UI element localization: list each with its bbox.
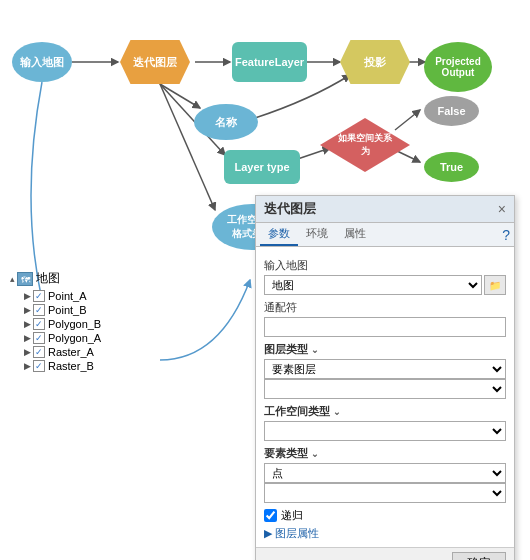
wildcard-row (264, 317, 506, 337)
layer-type-chevron-icon: ⌄ (311, 345, 319, 355)
true-node[interactable]: True (424, 152, 479, 182)
layer-type-sub-select[interactable] (264, 379, 506, 399)
help-icon[interactable]: ? (502, 227, 510, 243)
feature-type-row: 点 (264, 463, 506, 483)
expand-icon[interactable]: ▶ (24, 361, 31, 371)
layer-property-section[interactable]: ▶ 图层属性 (264, 526, 506, 541)
recursive-checkbox[interactable] (264, 509, 277, 522)
tree-root: ▴ 🗺 地图 (10, 270, 170, 287)
list-item: ▶ ✓ Raster_A (24, 346, 170, 358)
tab-properties[interactable]: 属性 (336, 223, 374, 246)
tree-checkbox[interactable]: ✓ (33, 332, 45, 344)
tree-item-label: Polygon_A (48, 332, 101, 344)
workspace-type-row (264, 421, 506, 441)
panel-body: 输入地图 地图 📁 通配符 图层类型 ⌄ 要素图层 工作空间类型 (256, 247, 514, 547)
tree-checkbox[interactable]: ✓ (33, 360, 45, 372)
panel-header: 迭代图层 × (256, 196, 514, 223)
tree-area: ▴ 🗺 地图 ▶ ✓ Point_A ▶ ✓ Point_B ▶ ✓ Polyg… (10, 270, 170, 374)
tab-environment[interactable]: 环境 (298, 223, 336, 246)
project-node[interactable]: 投影 (340, 40, 410, 84)
feature-type-chevron-icon: ⌄ (311, 449, 319, 459)
tree-checkbox[interactable]: ✓ (33, 290, 45, 302)
feature-layer-node[interactable]: FeatureLayer (232, 42, 307, 82)
tab-params[interactable]: 参数 (260, 223, 298, 246)
tree-item-label: Raster_A (48, 346, 94, 358)
layer-type-sub-row (264, 379, 506, 399)
panel-confirm-row: 确定 (256, 547, 514, 560)
list-item: ▶ ✓ Raster_B (24, 360, 170, 372)
expand-icon[interactable]: ▶ (24, 319, 31, 329)
expand-icon[interactable]: ▶ (24, 347, 31, 357)
expand-icon[interactable]: ▶ (24, 305, 31, 315)
list-item: ▶ ✓ Polygon_B (24, 318, 170, 330)
workspace-type-section[interactable]: 工作空间类型 ⌄ (264, 404, 506, 419)
workspace-type-label: 工作空间类型 (264, 404, 330, 419)
iterate-layer-panel: 迭代图层 × 参数 环境 属性 ? 输入地图 地图 📁 通配符 图层类型 ⌄ 要… (255, 195, 515, 560)
layer-type-node[interactable]: Layer type (224, 150, 300, 184)
input-map-folder-button[interactable]: 📁 (484, 275, 506, 295)
panel-title: 迭代图层 (264, 200, 316, 218)
expand-icon[interactable]: ▶ (24, 333, 31, 343)
input-map-select[interactable]: 地图 (264, 275, 482, 295)
list-item: ▶ ✓ Polygon_A (24, 332, 170, 344)
recursive-label: 递归 (281, 508, 303, 523)
tree-root-label: 地图 (36, 270, 60, 287)
confirm-button[interactable]: 确定 (452, 552, 506, 560)
expand-icon: ▶ (264, 527, 272, 540)
recursive-row: 递归 (264, 508, 506, 523)
false-node[interactable]: False (424, 96, 479, 126)
tree-item-label: Point_B (48, 304, 87, 316)
tree-expand-root[interactable]: ▴ (10, 274, 15, 284)
list-item: ▶ ✓ Point_B (24, 304, 170, 316)
feature-type-sub-row (264, 483, 506, 503)
expand-icon[interactable]: ▶ (24, 291, 31, 301)
workspace-type-select[interactable] (264, 421, 506, 441)
feature-type-label: 要素类型 (264, 446, 308, 461)
input-map-row: 地图 📁 (264, 275, 506, 295)
feature-type-section[interactable]: 要素类型 ⌄ (264, 446, 506, 461)
panel-close-button[interactable]: × (498, 201, 506, 217)
workspace-type-chevron-icon: ⌄ (333, 407, 341, 417)
layer-property-label: 图层属性 (275, 526, 319, 541)
map-icon: 🗺 (17, 272, 33, 286)
panel-tabs: 参数 环境 属性 ? (256, 223, 514, 247)
input-map-label: 输入地图 (264, 258, 506, 273)
tree-item-label: Point_A (48, 290, 87, 302)
wildcard-label: 通配符 (264, 300, 506, 315)
layer-type-select[interactable]: 要素图层 (264, 359, 506, 379)
feature-type-sub-select[interactable] (264, 483, 506, 503)
name-node[interactable]: 名称 (194, 104, 258, 140)
tree-item-label: Raster_B (48, 360, 94, 372)
wildcard-input[interactable] (264, 317, 506, 337)
tree-checkbox[interactable]: ✓ (33, 304, 45, 316)
tree-checkbox[interactable]: ✓ (33, 346, 45, 358)
layer-type-row: 要素图层 (264, 359, 506, 379)
feature-type-select[interactable]: 点 (264, 463, 506, 483)
tree-checkbox[interactable]: ✓ (33, 318, 45, 330)
layer-type-section-label: 图层类型 (264, 342, 308, 357)
projected-output-node[interactable]: Projected Output (424, 42, 492, 92)
list-item: ▶ ✓ Point_A (24, 290, 170, 302)
spatial-relation-node[interactable]: 如果空间关系 为 (320, 118, 410, 172)
iterate-layer-node[interactable]: 迭代图层 (120, 40, 190, 84)
input-map-node[interactable]: 输入地图 (12, 42, 72, 82)
tree-item-label: Polygon_B (48, 318, 101, 330)
layer-type-section[interactable]: 图层类型 ⌄ (264, 342, 506, 357)
